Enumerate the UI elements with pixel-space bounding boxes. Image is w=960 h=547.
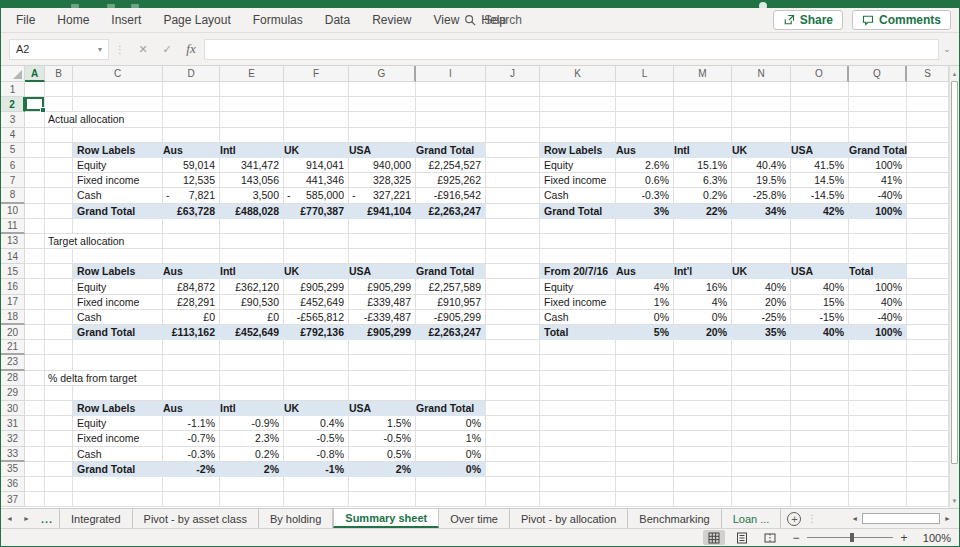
cell-E36[interactable] xyxy=(220,477,284,492)
cell-L18[interactable]: 0% xyxy=(616,310,674,325)
cell-J16[interactable] xyxy=(486,279,540,294)
cell-D18[interactable]: £0 xyxy=(163,310,220,325)
cell-I2[interactable] xyxy=(416,97,486,112)
row-header-10[interactable]: 10 xyxy=(1,204,25,219)
cell-C28[interactable] xyxy=(73,371,163,386)
cell-O15[interactable]: USA xyxy=(791,264,849,279)
cell-O23[interactable] xyxy=(791,355,849,370)
vertical-scrollbar-thumb[interactable] xyxy=(951,81,958,464)
cell-K28[interactable] xyxy=(540,371,616,386)
cell-N6[interactable]: 40.4% xyxy=(732,158,791,173)
cell-Q8[interactable]: -40% xyxy=(849,188,907,203)
cell-K7[interactable]: Fixed income xyxy=(540,173,616,188)
cell-J21[interactable] xyxy=(486,340,540,355)
cell-N23[interactable] xyxy=(732,355,791,370)
cell-B16[interactable] xyxy=(45,279,73,294)
row-header-35[interactable]: 35 xyxy=(1,462,25,477)
cell-G15[interactable]: USA xyxy=(349,264,416,279)
cell-D13[interactable] xyxy=(163,234,220,249)
cell-Q5[interactable]: Grand Total xyxy=(849,143,907,158)
column-header-D[interactable]: D xyxy=(163,66,220,82)
vertical-scrollbar-track[interactable] xyxy=(950,81,959,493)
cell-M35[interactable] xyxy=(674,462,732,477)
cell-C30[interactable]: Row Labels xyxy=(73,401,163,416)
cell-Q2[interactable] xyxy=(849,97,907,112)
cell-B23[interactable] xyxy=(45,355,73,370)
cell-F30[interactable]: UK xyxy=(284,401,349,416)
cell-S11[interactable] xyxy=(907,219,949,234)
cell-N32[interactable] xyxy=(732,431,791,446)
row-header-16[interactable]: 16 xyxy=(1,279,25,294)
cell-B33[interactable] xyxy=(45,447,73,462)
row-header-6[interactable]: 6 xyxy=(1,158,25,173)
cell-J32[interactable] xyxy=(486,431,540,446)
cell-K33[interactable] xyxy=(540,447,616,462)
cell-C8[interactable]: Cash xyxy=(73,188,163,203)
cell-K3[interactable] xyxy=(540,112,616,127)
cell-O31[interactable] xyxy=(791,416,849,431)
cell-E28[interactable] xyxy=(220,371,284,386)
cell-S37[interactable] xyxy=(907,492,949,507)
cell-K35[interactable] xyxy=(540,462,616,477)
cell-M13[interactable] xyxy=(674,234,732,249)
ribbon-tab-file[interactable]: File xyxy=(7,9,44,31)
cell-Q30[interactable] xyxy=(849,401,907,416)
cell-D3[interactable] xyxy=(163,112,220,127)
cell-O2[interactable] xyxy=(791,97,849,112)
cell-I30[interactable]: Grand Total xyxy=(416,401,486,416)
cell-A23[interactable] xyxy=(25,355,45,370)
cell-C14[interactable] xyxy=(73,249,163,264)
cell-M17[interactable]: 4% xyxy=(674,295,732,310)
cell-J4[interactable] xyxy=(486,128,540,143)
column-header-B[interactable]: B xyxy=(45,66,73,82)
cell-D17[interactable]: £28,291 xyxy=(163,295,220,310)
cell-F4[interactable] xyxy=(284,128,349,143)
cell-K18[interactable]: Cash xyxy=(540,310,616,325)
cell-A30[interactable] xyxy=(25,401,45,416)
cell-K29[interactable] xyxy=(540,386,616,401)
enter-icon[interactable]: ✓ xyxy=(156,39,178,60)
cell-K11[interactable] xyxy=(540,219,616,234)
cell-Q14[interactable] xyxy=(849,249,907,264)
cell-K20[interactable]: Total xyxy=(540,325,616,340)
cell-E16[interactable]: £362,120 xyxy=(220,279,284,294)
row-header-18[interactable]: 18 xyxy=(1,310,25,325)
cell-M11[interactable] xyxy=(674,219,732,234)
cell-B17[interactable] xyxy=(45,295,73,310)
column-header-S[interactable]: S xyxy=(907,66,949,82)
cell-M8[interactable]: 0.2% xyxy=(674,188,732,203)
cell-L21[interactable] xyxy=(616,340,674,355)
cell-E23[interactable] xyxy=(220,355,284,370)
cell-D37[interactable] xyxy=(163,492,220,507)
cell-L31[interactable] xyxy=(616,416,674,431)
cell-N4[interactable] xyxy=(732,128,791,143)
cell-E14[interactable] xyxy=(220,249,284,264)
cell-O13[interactable] xyxy=(791,234,849,249)
cell-J29[interactable] xyxy=(486,386,540,401)
cell-A21[interactable] xyxy=(25,340,45,355)
cell-J17[interactable] xyxy=(486,295,540,310)
column-header-C[interactable]: C xyxy=(73,66,163,82)
cell-L35[interactable] xyxy=(616,462,674,477)
cell-J33[interactable] xyxy=(486,447,540,462)
cell-M23[interactable] xyxy=(674,355,732,370)
cell-S17[interactable] xyxy=(907,295,949,310)
formula-bar-expand-icon[interactable]: ⌄ xyxy=(939,44,955,54)
cell-Q4[interactable] xyxy=(849,128,907,143)
column-header-N[interactable]: N xyxy=(732,66,791,82)
cell-S29[interactable] xyxy=(907,386,949,401)
ribbon-tab-review[interactable]: Review xyxy=(363,9,420,31)
cell-L8[interactable]: -0.3% xyxy=(616,188,674,203)
cell-Q17[interactable]: 40% xyxy=(849,295,907,310)
cell-C15[interactable]: Row Labels xyxy=(73,264,163,279)
row-header-23[interactable]: 23 xyxy=(1,355,25,370)
cell-F13[interactable] xyxy=(284,234,349,249)
cell-C37[interactable] xyxy=(73,492,163,507)
cell-E17[interactable]: £90,530 xyxy=(220,295,284,310)
cell-D21[interactable] xyxy=(163,340,220,355)
cell-C10[interactable]: Grand Total xyxy=(73,204,163,219)
cell-Q11[interactable] xyxy=(849,219,907,234)
cell-C5[interactable]: Row Labels xyxy=(73,143,163,158)
cell-G21[interactable] xyxy=(349,340,416,355)
cell-Q1[interactable] xyxy=(849,82,907,97)
